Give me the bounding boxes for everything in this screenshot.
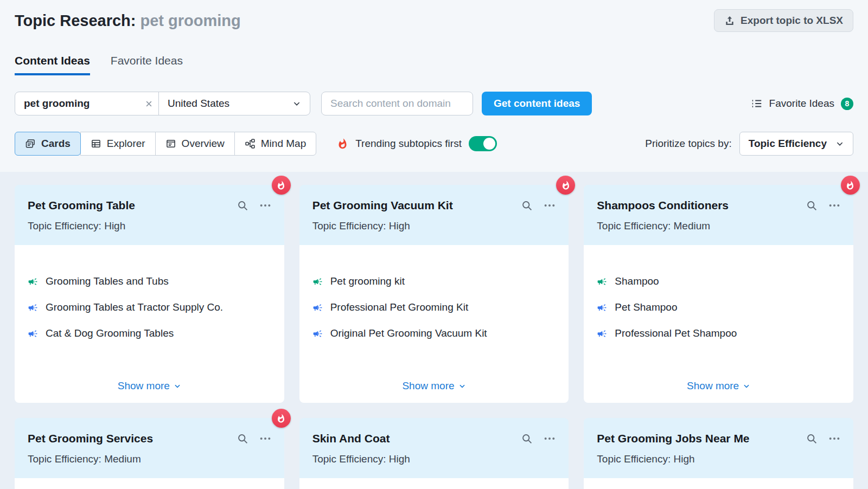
chevron-down-icon	[174, 382, 181, 390]
more-options-icon[interactable]	[259, 433, 271, 445]
view-button-cards[interactable]: Cards	[15, 132, 81, 156]
topic-card: Pet Grooming Vacuum Kit Topic Efficiency…	[299, 185, 569, 403]
trending-control: Trending subtopics first	[337, 136, 497, 151]
card-title[interactable]: Skin And Coat	[312, 432, 522, 445]
more-options-icon[interactable]	[259, 200, 271, 211]
search-icon[interactable]	[521, 200, 533, 211]
view-button-overview[interactable]: Overview	[155, 132, 235, 156]
prioritize-select[interactable]: Topic Efficiency	[739, 132, 853, 156]
chevron-down-icon	[835, 139, 844, 148]
subtopic-label: Pet Shampoo	[615, 301, 677, 313]
subtopic-item[interactable]: Professional Pet Grooming Kit	[312, 301, 556, 313]
subtopic-item[interactable]: Cat & Dog Grooming Tables	[28, 327, 271, 339]
card-title[interactable]: Shampoos Conditioners	[597, 199, 806, 212]
search-icon[interactable]	[806, 200, 818, 211]
card-title[interactable]: Pet Grooming Table	[28, 199, 237, 212]
megaphone-icon	[28, 276, 38, 287]
megaphone-icon	[28, 329, 38, 339]
query-group: United States	[15, 92, 310, 115]
more-options-icon[interactable]	[544, 433, 556, 445]
card-title[interactable]: Pet Grooming Services	[28, 432, 237, 445]
card-header: Pet Grooming Vacuum Kit Topic Efficiency…	[299, 185, 569, 245]
chevron-down-icon	[458, 382, 466, 390]
mind-map-icon	[245, 138, 256, 149]
megaphone-icon	[312, 276, 323, 287]
domain-search-input[interactable]	[321, 92, 473, 115]
megaphone-icon	[597, 303, 607, 313]
cards-icon	[25, 138, 36, 149]
subtopic-item[interactable]: Pet Shampoo	[597, 301, 840, 313]
favorite-ideas-link[interactable]: Favorite Ideas 8	[751, 98, 853, 110]
page-title: Topic Research:pet grooming	[15, 12, 241, 30]
show-more-link[interactable]: Show more	[118, 380, 181, 395]
topic-card: Skin And Coat Topic Efficiency: High	[299, 418, 569, 489]
card-header: Pet Grooming Table Topic Efficiency: Hig…	[15, 185, 284, 245]
card-header: Shampoos Conditioners Topic Efficiency: …	[584, 185, 853, 245]
subtopic-item[interactable]: Grooming Tables at Tractor Supply Co.	[28, 301, 271, 313]
prioritize-control: Prioritize topics by: Topic Efficiency	[645, 132, 853, 156]
show-more-link[interactable]: Show more	[687, 380, 750, 395]
subtopic-label: Grooming Tables and Tubs	[46, 275, 169, 287]
more-options-icon[interactable]	[828, 433, 840, 445]
overview-icon	[165, 138, 176, 149]
subtopic-label: Professional Pet Shampoo	[615, 327, 737, 339]
subtopic-item[interactable]: Original Pet Grooming Vacuum Kit	[312, 327, 556, 339]
view-mind-map-label: Mind Map	[261, 138, 306, 150]
country-select[interactable]: United States	[159, 98, 310, 110]
search-icon[interactable]	[237, 200, 248, 211]
megaphone-icon	[28, 303, 38, 313]
subtopic-item[interactable]: Shampoo	[597, 275, 840, 287]
subtopic-label: Shampoo	[615, 275, 659, 287]
tabs: Content Ideas Favorite Ideas	[15, 54, 853, 75]
trending-flame-badge	[841, 176, 860, 195]
topic-query-input[interactable]	[15, 98, 139, 110]
more-options-icon[interactable]	[544, 200, 556, 211]
subtopic-label: Original Pet Grooming Vacuum Kit	[330, 327, 487, 339]
trending-flame-badge	[272, 176, 291, 195]
chevron-down-icon	[292, 99, 301, 108]
card-body	[584, 478, 853, 489]
view-button-mind-map[interactable]: Mind Map	[234, 132, 316, 156]
megaphone-icon	[597, 276, 607, 287]
subtopic-item[interactable]: Professional Pet Shampoo	[597, 327, 840, 339]
card-header: Pet Grooming Jobs Near Me Topic Efficien…	[584, 418, 853, 478]
subtopic-item[interactable]: Grooming Tables and Tubs	[28, 275, 271, 287]
tab-favorite-ideas[interactable]: Favorite Ideas	[111, 54, 183, 75]
subtopic-label: Professional Pet Grooming Kit	[330, 301, 469, 313]
cards-row-2: Pet Grooming Services Topic Efficiency: …	[15, 418, 853, 489]
card-title[interactable]: Pet Grooming Jobs Near Me	[597, 432, 806, 445]
clear-query-icon[interactable]	[139, 100, 158, 108]
card-body	[15, 478, 284, 489]
favorites-count-badge: 8	[841, 98, 853, 110]
card-body	[299, 478, 569, 489]
megaphone-icon	[312, 303, 323, 313]
get-content-ideas-button[interactable]: Get content ideas	[482, 92, 592, 115]
show-more-link[interactable]: Show more	[402, 380, 465, 395]
search-icon[interactable]	[237, 433, 248, 445]
topic-efficiency: Topic Efficiency: Medium	[597, 220, 840, 232]
trending-flame-badge	[272, 409, 291, 428]
topic-efficiency: Topic Efficiency: High	[597, 453, 840, 465]
card-title[interactable]: Pet Grooming Vacuum Kit	[312, 199, 522, 212]
search-icon[interactable]	[806, 433, 818, 445]
subtopic-label: Grooming Tables at Tractor Supply Co.	[46, 301, 223, 313]
tab-content-ideas[interactable]: Content Ideas	[15, 54, 90, 75]
country-select-value: United States	[168, 98, 229, 110]
trending-toggle[interactable]	[469, 136, 497, 151]
more-options-icon[interactable]	[828, 200, 840, 211]
card-body: Grooming Tables and Tubs Grooming Tables…	[15, 245, 284, 403]
view-button-explorer[interactable]: Explorer	[80, 132, 156, 156]
export-button[interactable]: Export topic to XLSX	[714, 9, 853, 32]
topic-efficiency: Topic Efficiency: High	[312, 220, 556, 232]
upload-icon	[724, 15, 735, 26]
subtopic-item[interactable]: Pet grooming kit	[312, 275, 556, 287]
export-button-label: Export topic to XLSX	[741, 15, 843, 27]
megaphone-icon	[597, 329, 607, 339]
topic-card: Pet Grooming Table Topic Efficiency: Hig…	[15, 185, 284, 403]
topic-efficiency: Topic Efficiency: Medium	[28, 453, 271, 465]
view-cards-label: Cards	[41, 138, 71, 150]
explorer-table-icon	[91, 138, 101, 149]
search-icon[interactable]	[521, 433, 533, 445]
subtopic-label: Cat & Dog Grooming Tables	[46, 327, 174, 339]
subtopic-label: Pet grooming kit	[330, 275, 405, 287]
